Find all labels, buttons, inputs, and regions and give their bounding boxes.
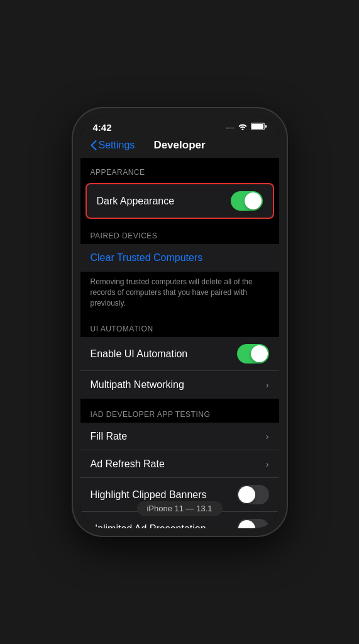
multipath-networking-row[interactable]: Multipath Networking › [80, 371, 279, 399]
ad-refresh-rate-chevron-icon: › [266, 459, 269, 469]
wifi-icon [238, 123, 248, 132]
status-time: 4:42 [93, 122, 112, 133]
section-label-ui-automation: UI AUTOMATION [80, 314, 279, 337]
phone-label: iPhone 11 — 13.1 [136, 501, 222, 516]
svg-rect-1 [251, 124, 263, 129]
multipath-chevron-icon: › [266, 380, 269, 390]
ad-refresh-rate-row[interactable]: Ad Refresh Rate › [80, 450, 279, 478]
signal-icon: ···· [226, 123, 234, 132]
paired-devices-group: Clear Trusted Computers [80, 244, 279, 272]
nav-bar: Settings Developer [80, 135, 279, 158]
multipath-networking-label: Multipath Networking [91, 379, 184, 391]
dark-appearance-label: Dark Appearance [97, 196, 175, 207]
dark-appearance-row[interactable]: Dark Appearance [87, 184, 273, 218]
paired-devices-note: Removing trusted computers will delete a… [80, 273, 279, 314]
settings-content[interactable]: APPEARANCE Dark Appearance PAIRED DEVICE… [80, 158, 279, 528]
fill-rate-label: Fill Rate [91, 431, 128, 442]
appearance-group: Dark Appearance [86, 183, 274, 219]
ad-refresh-rate-label: Ad Refresh Rate [91, 458, 165, 470]
status-bar: 4:42 ···· [80, 116, 279, 135]
clear-trusted-label: Clear Trusted Computers [91, 252, 203, 264]
section-appearance: APPEARANCE Dark Appearance [80, 158, 279, 219]
section-ui-automation: UI AUTOMATION Enable UI Automation Multi… [80, 314, 279, 399]
highlight-clipped-banners-toggle[interactable] [237, 485, 269, 504]
dark-appearance-toggle[interactable] [231, 191, 263, 211]
unlimited-ad-presentation-toggle[interactable] [237, 519, 269, 528]
fill-rate-row[interactable]: Fill Rate › [80, 423, 279, 450]
back-label: Settings [99, 140, 135, 151]
section-paired-devices: PAIRED DEVICES Clear Trusted Computers R… [80, 221, 279, 314]
highlight-clipped-banners-label: Highlight Clipped Banners [91, 489, 207, 501]
highlight-clipped-banners-knob [238, 486, 255, 503]
enable-ui-automation-knob [251, 345, 268, 362]
phone-screen: 4:42 ···· [80, 116, 279, 528]
enable-ui-automation-row[interactable]: Enable UI Automation [80, 337, 279, 371]
enable-ui-automation-toggle[interactable] [237, 344, 269, 364]
svg-rect-2 [265, 125, 267, 128]
nav-title: Developer [153, 139, 205, 152]
clear-trusted-row[interactable]: Clear Trusted Computers [80, 244, 279, 272]
section-label-iad-testing: IAD DEVELOPER APP TESTING [80, 400, 279, 423]
status-icons: ···· [226, 123, 266, 132]
section-label-appearance: APPEARANCE [80, 158, 279, 180]
section-label-paired-devices: PAIRED DEVICES [80, 221, 279, 244]
battery-icon [251, 123, 267, 132]
unlimited-ad-presentation-label: Unlimited Ad Presentation [91, 523, 206, 528]
ui-automation-group: Enable UI Automation Multipath Networkin… [80, 337, 279, 399]
enable-ui-automation-label: Enable UI Automation [91, 348, 188, 360]
phone-frame: 4:42 ···· [73, 108, 287, 536]
dark-appearance-knob [245, 192, 262, 209]
back-button[interactable]: Settings [91, 140, 135, 151]
fill-rate-chevron-icon: › [266, 431, 269, 441]
unlimited-ad-presentation-knob [238, 520, 255, 528]
